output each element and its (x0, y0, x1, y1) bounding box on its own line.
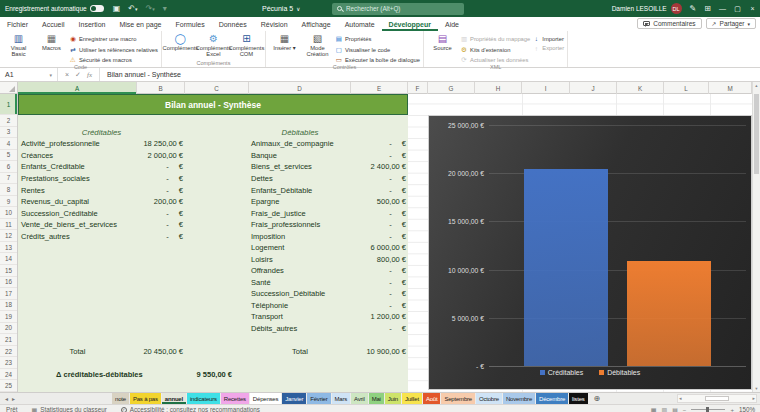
debit-header-cell[interactable]: Débitables (249, 127, 351, 139)
ribbon-small-exécuter-la-boîte-de-dialogue[interactable]: ▭Exécuter la boîte de dialogue (335, 56, 420, 64)
undo-icon[interactable]: ↶▾ (124, 4, 141, 13)
sheet-tab-note[interactable]: note (112, 393, 129, 404)
row-headers[interactable]: 1234567891011121314151617181920212223242… (0, 94, 18, 392)
debit-row-label[interactable]: Enfants_Débitable (251, 184, 351, 196)
credit-row-label[interactable]: Revenus_du_capital (21, 196, 137, 208)
scroll-right-icon[interactable]: ▸ (752, 395, 755, 401)
insert-function-icon[interactable]: fx (87, 71, 92, 79)
debit-total-label[interactable]: Total (249, 346, 351, 358)
row-header-7[interactable]: 7 (0, 173, 17, 185)
customize-quick-access-icon[interactable]: ▾ (159, 4, 171, 13)
row-header-6[interactable]: 6 (0, 161, 17, 173)
scroll-left-icon[interactable]: ◂ (679, 395, 682, 401)
row-header-21[interactable]: 21 (0, 334, 17, 346)
sheet-tab-février[interactable]: Février (307, 393, 330, 404)
credit-total-label[interactable]: Total (18, 346, 137, 358)
sheet-tab-avril[interactable]: Avril (351, 393, 368, 404)
row-header-15[interactable]: 15 (0, 265, 17, 277)
row-header-24[interactable]: 24 (0, 369, 17, 381)
credit-row-value[interactable]: 200,00 € (137, 196, 183, 208)
new-sheet-button[interactable]: ⊕ (594, 393, 601, 404)
debit-row-value[interactable]: 1 200,00 € (351, 311, 406, 323)
column-header-E[interactable]: E (351, 82, 408, 94)
credit-row-label[interactable]: Rentes (21, 184, 137, 196)
autosave-toggle[interactable]: Enregistrement automatique (0, 5, 109, 12)
column-headers[interactable]: ABCDEFGHIJKLM (0, 82, 752, 94)
column-header-L[interactable]: L (664, 82, 709, 94)
ribbon-small-utiliser-les-références-relatives[interactable]: ⇄Utiliser les références relatives (69, 46, 158, 54)
ribbon-small-propriétés[interactable]: ▤Propriétés (335, 35, 420, 43)
debit-row-value[interactable]: -€ (351, 219, 406, 231)
row-header-4[interactable]: 4 (0, 138, 17, 150)
row-header-20[interactable]: 20 (0, 323, 17, 335)
vertical-scroll-thumb[interactable] (754, 94, 759, 174)
sheet-tab-septembre[interactable]: Septembre (441, 393, 475, 404)
ribbon-button-mode-création[interactable]: ▧Mode Création (302, 32, 333, 57)
save-icon[interactable]: ▣ (109, 4, 125, 13)
ribbon-small-visualiser-le-code[interactable]: ▢Visualiser le code (335, 46, 420, 54)
ribbon-options-icon[interactable]: ⊞ (700, 4, 715, 13)
credit-row-value[interactable]: -€ (137, 207, 183, 219)
ribbon-button-insérer[interactable]: ▦Insérer ▾ (269, 32, 300, 51)
credit-row-value[interactable]: 18 250,00 € (137, 138, 183, 150)
debit-row-value[interactable]: -€ (351, 323, 406, 335)
credit-row-value[interactable]: -€ (137, 219, 183, 231)
debit-row-value[interactable]: -€ (351, 300, 406, 312)
column-header-B[interactable]: B (137, 82, 185, 94)
bar-chart[interactable]: - €5 000,00 €10 000,00 €15 000,00 €20 00… (428, 115, 752, 390)
debit-row-label[interactable]: Santé (251, 277, 351, 289)
view-page-layout-icon[interactable]: ▥ (662, 406, 668, 412)
credit-row-value[interactable]: 2 000,00 € (137, 150, 183, 162)
menu-tab-mise-en-page[interactable]: Mise en page (112, 17, 168, 31)
credit-row-value[interactable]: -€ (137, 173, 183, 185)
credit-row-value[interactable]: -€ (137, 161, 183, 173)
debit-row-label[interactable]: Epargne (251, 196, 351, 208)
credit-row-label[interactable]: Activité_professionnelle (21, 138, 137, 150)
debit-row-value[interactable]: -€ (351, 230, 406, 242)
zoom-level[interactable]: 150% (739, 406, 755, 412)
formula-content[interactable]: Bilan annuel - Synthèse (100, 71, 188, 78)
credit-header-cell[interactable]: Créditables (18, 127, 185, 139)
debit-row-label[interactable]: Frais_de_justice (251, 207, 351, 219)
vertical-scrollbar[interactable]: ▴ ▾ (752, 82, 760, 392)
zoom-out-icon[interactable]: − (683, 407, 687, 412)
menu-tab-données[interactable]: Données (212, 17, 254, 31)
minimize-button[interactable]: — (715, 0, 730, 17)
column-header-H[interactable]: H (475, 82, 522, 94)
row-header-2[interactable]: 2 (0, 115, 17, 127)
sheet-tab-dépenses[interactable]: Dépenses (250, 393, 281, 404)
debit-row-label[interactable]: Transport (251, 311, 351, 323)
close-button[interactable]: × (745, 0, 760, 17)
ribbon-button-compléments-com[interactable]: ⊞Compléments COM (231, 32, 262, 57)
sheet-tab-pas-à-pas[interactable]: Pas à pas (130, 393, 161, 404)
menu-tab-formules[interactable]: Formules (168, 17, 211, 31)
row-header-10[interactable]: 10 (0, 207, 17, 219)
chart-bar-créditables[interactable] (524, 169, 608, 366)
chart-bar-débitables[interactable] (627, 261, 711, 366)
avatar[interactable]: DL (671, 3, 682, 14)
sheet-tab-recettes[interactable]: Recettes (221, 393, 249, 404)
row-header-1[interactable]: 1 (0, 94, 17, 115)
menu-tab-insertion[interactable]: Insertion (72, 17, 113, 31)
debit-row-label[interactable]: Imposition (251, 230, 351, 242)
debit-row-value[interactable]: 800,00 € (351, 253, 406, 265)
row-header-25[interactable]: 25 (0, 380, 17, 392)
row-header-8[interactable]: 8 (0, 184, 17, 196)
row-header-3[interactable]: 3 (0, 127, 17, 139)
menu-tab-révision[interactable]: Révision (254, 17, 295, 31)
search-input[interactable]: Rechercher (Alt+Q) (332, 3, 464, 15)
debit-row-value[interactable]: -€ (351, 184, 406, 196)
legend-item-créditables[interactable]: Créditables (540, 369, 583, 376)
credit-row-value[interactable]: -€ (137, 184, 183, 196)
sheet-tab-listes[interactable]: listes (569, 393, 587, 404)
confirm-entry-icon[interactable]: ✓ (75, 71, 81, 79)
sheet-tab-annuel[interactable]: annuel (162, 393, 186, 404)
row-header-13[interactable]: 13 (0, 242, 17, 254)
cancel-entry-icon[interactable]: × (65, 71, 69, 78)
autosave-switch-icon[interactable] (90, 5, 104, 12)
delta-value[interactable]: 9 550,00 € (168, 369, 232, 381)
debit-total-value[interactable]: 10 900,00 € (351, 346, 406, 358)
ribbon-button-compléments[interactable]: ◯Compléments (165, 32, 196, 51)
menu-tab-aide[interactable]: Aide (438, 17, 466, 31)
credit-row-label[interactable]: Enfants_Créditable (21, 161, 137, 173)
